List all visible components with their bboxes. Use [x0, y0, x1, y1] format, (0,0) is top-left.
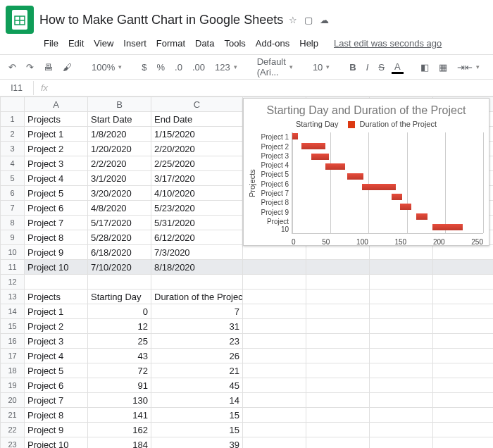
row-header[interactable]: 13 — [1, 290, 25, 304]
cell[interactable]: 12 — [88, 319, 151, 334]
cell[interactable]: 162 — [88, 423, 151, 437]
select-all-cell[interactable] — [1, 97, 25, 112]
decimal-inc-button[interactable]: .00 — [189, 61, 208, 74]
cell[interactable] — [306, 304, 370, 319]
cell[interactable]: Projects — [25, 290, 88, 304]
row-header[interactable]: 19 — [1, 378, 25, 393]
cell[interactable]: 7/10/2020 — [88, 260, 151, 275]
cell[interactable]: Project 5 — [25, 186, 88, 201]
more-formats-button[interactable]: 123 — [212, 61, 240, 74]
cell[interactable] — [243, 393, 306, 408]
borders-button[interactable]: ▦ — [436, 61, 450, 74]
row-header[interactable]: 9 — [1, 230, 25, 245]
cell[interactable]: 6/12/2020 — [151, 230, 243, 245]
cell[interactable]: 15 — [151, 423, 243, 437]
row-header[interactable]: 20 — [1, 393, 25, 408]
cell[interactable]: 4/8/2020 — [88, 201, 151, 216]
cell[interactable] — [370, 245, 433, 260]
zoom-select[interactable]: 100% — [89, 61, 125, 74]
cell[interactable] — [433, 349, 494, 363]
cell[interactable] — [433, 319, 494, 334]
row-header[interactable]: 4 — [1, 156, 25, 171]
menu-help[interactable]: Help — [295, 37, 323, 50]
row-header[interactable]: 8 — [1, 216, 25, 230]
cell[interactable] — [433, 423, 494, 437]
row-header[interactable]: 2 — [1, 127, 25, 142]
cell[interactable]: Project 10 — [25, 437, 88, 449]
cell[interactable]: 43 — [88, 349, 151, 363]
cell[interactable]: 5/23/2020 — [151, 201, 243, 216]
cell[interactable]: End Date — [151, 112, 243, 127]
cell[interactable]: 8/18/2020 — [151, 260, 243, 275]
cell[interactable] — [306, 378, 370, 393]
cell[interactable] — [433, 275, 494, 290]
cell[interactable]: 2/25/2020 — [151, 156, 243, 171]
merge-button[interactable]: ⇥⇤ — [454, 61, 482, 74]
cell[interactable] — [25, 275, 88, 290]
cell[interactable]: Project 3 — [25, 334, 88, 349]
cell[interactable]: 5/17/2020 — [88, 216, 151, 230]
cell[interactable] — [243, 378, 306, 393]
cell[interactable] — [306, 423, 370, 437]
row-header[interactable]: 16 — [1, 334, 25, 349]
gantt-chart[interactable]: Starting Day and Duration of the Project… — [243, 98, 489, 246]
cell[interactable] — [306, 319, 370, 334]
row-header[interactable]: 23 — [1, 437, 25, 449]
cell[interactable] — [306, 349, 370, 363]
cell[interactable] — [370, 363, 433, 378]
cell[interactable]: Duration of the Project — [151, 290, 243, 304]
cell[interactable] — [243, 408, 306, 423]
cell[interactable] — [433, 334, 494, 349]
spreadsheet-grid[interactable]: ABCDEFG 1ProjectsStart DateEnd Date2Proj… — [0, 97, 493, 448]
cell[interactable] — [88, 275, 151, 290]
cell[interactable] — [433, 363, 494, 378]
row-header[interactable]: 7 — [1, 201, 25, 216]
col-header-C[interactable]: C — [151, 97, 243, 112]
row-header[interactable]: 3 — [1, 142, 25, 156]
cell[interactable]: 1/8/2020 — [88, 127, 151, 142]
cell[interactable]: Project 1 — [25, 127, 88, 142]
cell[interactable]: 14 — [151, 393, 243, 408]
font-size-select[interactable]: 10 — [310, 61, 332, 74]
cell[interactable]: Project 4 — [25, 349, 88, 363]
cell[interactable]: 26 — [151, 349, 243, 363]
move-icon[interactable]: ▢ — [304, 15, 313, 25]
redo-button[interactable]: ↷ — [23, 61, 37, 74]
row-header[interactable]: 1 — [1, 112, 25, 127]
cell[interactable] — [370, 275, 433, 290]
cell[interactable] — [306, 260, 370, 275]
menu-data[interactable]: Data — [191, 37, 218, 50]
cell[interactable] — [243, 363, 306, 378]
cell[interactable]: Project 9 — [25, 245, 88, 260]
cell[interactable]: 2/20/2020 — [151, 142, 243, 156]
cell[interactable]: Project 8 — [25, 230, 88, 245]
row-header[interactable]: 18 — [1, 363, 25, 378]
strike-button[interactable]: S — [375, 61, 387, 74]
cell[interactable]: 6/18/2020 — [88, 245, 151, 260]
cell[interactable]: 130 — [88, 393, 151, 408]
cell[interactable] — [433, 378, 494, 393]
cell[interactable]: Starting Day — [88, 290, 151, 304]
cell[interactable]: 3/1/2020 — [88, 171, 151, 186]
row-header[interactable]: 10 — [1, 245, 25, 260]
cell[interactable] — [243, 319, 306, 334]
cell[interactable] — [370, 334, 433, 349]
star-icon[interactable]: ☆ — [289, 15, 297, 25]
menu-format[interactable]: Format — [152, 37, 189, 50]
cell[interactable] — [370, 349, 433, 363]
fill-color-button[interactable]: ◧ — [418, 61, 432, 74]
cell[interactable] — [243, 349, 306, 363]
cell[interactable]: Project 6 — [25, 378, 88, 393]
row-header[interactable]: 17 — [1, 349, 25, 363]
cell[interactable] — [370, 378, 433, 393]
cell[interactable]: 141 — [88, 408, 151, 423]
cell[interactable]: Project 8 — [25, 408, 88, 423]
col-header-A[interactable]: A — [25, 97, 88, 112]
font-select[interactable]: Default (Ari... — [254, 55, 296, 79]
cell[interactable] — [306, 290, 370, 304]
cell[interactable]: 1/20/2020 — [88, 142, 151, 156]
row-header[interactable]: 15 — [1, 319, 25, 334]
cell[interactable] — [370, 260, 433, 275]
cell[interactable] — [306, 334, 370, 349]
cell[interactable] — [433, 437, 494, 449]
